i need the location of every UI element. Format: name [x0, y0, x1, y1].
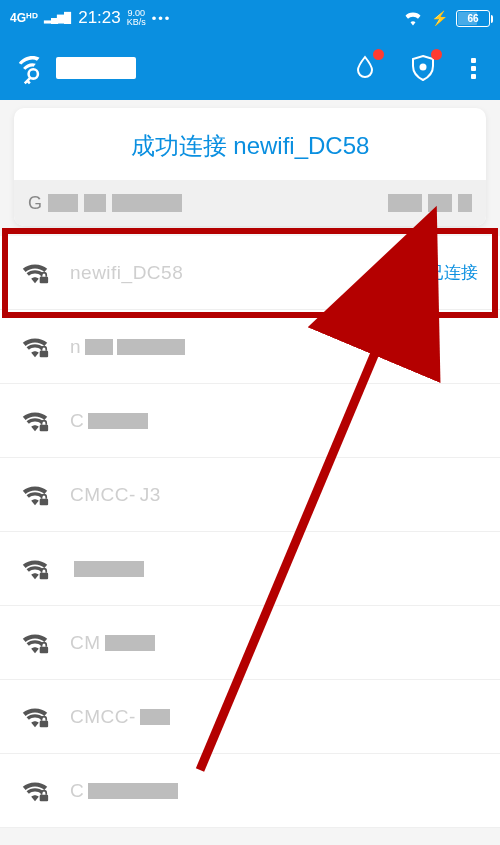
wifi-network-row[interactable]: C — [0, 754, 500, 828]
wifi-lock-icon — [18, 556, 52, 582]
notification-badge — [373, 49, 384, 60]
charging-icon: ⚡ — [431, 10, 448, 26]
wifi-network-row[interactable]: newifi_DC58已连接 — [0, 236, 500, 310]
wifi-ssid: CMCC-J3 — [70, 484, 478, 506]
clock: 21:23 — [78, 8, 121, 28]
connection-banner: 成功连接 newifi_DC58 G — [14, 108, 486, 226]
wifi-ssid: n — [70, 336, 478, 358]
app-logo[interactable] — [12, 51, 136, 85]
status-right: ⚡ 66 — [403, 10, 490, 27]
wifi-lock-icon — [18, 778, 52, 804]
battery-indicator: 66 — [456, 10, 490, 27]
svg-rect-4 — [40, 424, 48, 431]
android-status-bar: 4Gᴴᴰ ▂▄▆█ 21:23 9.00 KB/s ••• ⚡ 66 — [0, 0, 500, 36]
wifi-lock-icon — [18, 334, 52, 360]
app-title-censored — [56, 57, 136, 79]
wifi-network-row[interactable]: CM — [0, 606, 500, 680]
wifi-ssid: CM — [70, 632, 478, 654]
svg-rect-9 — [40, 794, 48, 801]
wifi-ssid: C — [70, 780, 478, 802]
status-left: 4Gᴴᴰ ▂▄▆█ 21:23 9.00 KB/s ••• — [10, 8, 171, 28]
network-type: 4Gᴴᴰ — [10, 11, 38, 25]
header-actions — [336, 39, 494, 97]
wifi-ssid: C — [70, 410, 478, 432]
svg-point-1 — [420, 64, 427, 71]
status-more-icon: ••• — [152, 11, 172, 26]
svg-rect-6 — [40, 572, 48, 579]
notification-badge — [431, 49, 442, 60]
wifi-lock-icon — [18, 704, 52, 730]
wifi-network-row[interactable]: CMCC- — [0, 680, 500, 754]
wifi-lock-icon — [18, 408, 52, 434]
wifi-network-row[interactable]: C — [0, 384, 500, 458]
wifi-network-row[interactable]: n — [0, 310, 500, 384]
wifi-lock-icon — [18, 482, 52, 508]
svg-rect-5 — [40, 498, 48, 505]
overflow-menu-button[interactable] — [452, 58, 494, 79]
wifi-lock-icon — [18, 630, 52, 656]
connected-status: 已连接 — [401, 261, 478, 284]
wifi-network-row[interactable]: CMCC-J3 — [0, 458, 500, 532]
svg-rect-8 — [40, 720, 48, 727]
wifi-lock-icon — [18, 260, 52, 286]
wifi-network-row[interactable] — [0, 532, 500, 606]
wifi-ssid: newifi_DC58 — [70, 262, 401, 284]
wifi-ssid: CMCC- — [70, 706, 478, 728]
banner-ad-row[interactable]: G — [14, 180, 486, 226]
network-speed: 9.00 KB/s — [127, 9, 146, 27]
app-header — [0, 36, 500, 100]
svg-rect-3 — [40, 350, 48, 357]
shield-button[interactable] — [394, 39, 452, 97]
signal-icon: ▂▄▆█ — [44, 13, 70, 23]
svg-rect-2 — [40, 276, 48, 283]
wifi-key-icon — [12, 51, 46, 85]
wifi-network-list: newifi_DC58已连接nCCMCC-J3CMCMCC-C — [0, 236, 500, 828]
svg-rect-7 — [40, 646, 48, 653]
water-drop-button[interactable] — [336, 39, 394, 97]
wifi-status-icon — [403, 10, 423, 26]
wifi-ssid — [70, 561, 478, 577]
connection-success-text: 成功连接 newifi_DC58 — [14, 108, 486, 180]
